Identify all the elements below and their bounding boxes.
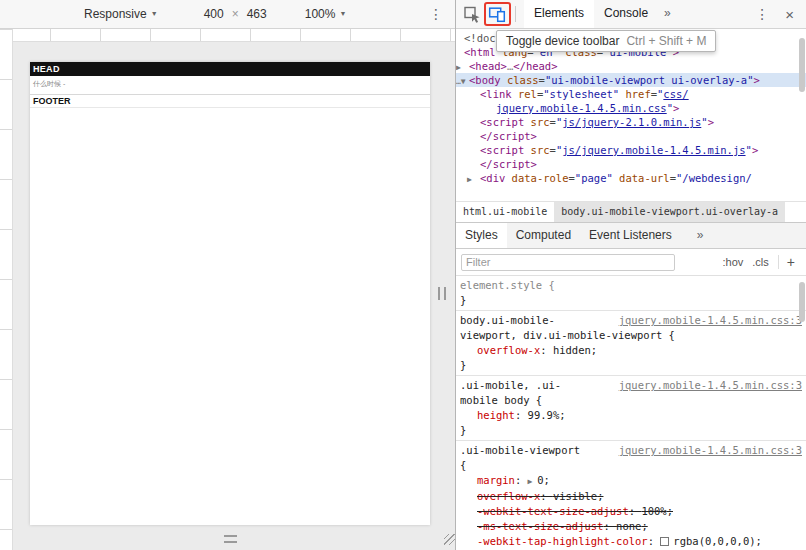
- css-rule: jquery.mobile-1.4.5.min.css:3.ui-mobile-…: [456, 441, 806, 550]
- inspect-element-icon[interactable]: [463, 5, 481, 23]
- element-classes-button[interactable]: .cls: [752, 256, 769, 268]
- emulated-viewport[interactable]: HEAD 什么时候 - FOOTER: [30, 62, 430, 525]
- styles-filter-bar: :hov .cls +: [456, 249, 806, 276]
- syntax-token: </script>: [480, 130, 537, 142]
- property-value[interactable]: visible: [553, 490, 597, 502]
- property-value[interactable]: rgba(0,0,0,0): [673, 535, 755, 547]
- close-devtools-icon[interactable]: ×: [779, 6, 806, 23]
- css-selector[interactable]: .ui-mobile-viewport: [460, 444, 580, 456]
- tab-event-listeners[interactable]: Event Listeners: [580, 223, 681, 248]
- property-name[interactable]: height: [477, 409, 515, 421]
- tab-elements[interactable]: Elements: [524, 0, 594, 28]
- tree-node[interactable]: <script src="js/jquery.mobile-1.4.5.min.…: [456, 143, 806, 157]
- zoom-select[interactable]: 100%▼: [305, 7, 347, 21]
- syntax-token: js/jquery.mobile-1.4.5.min.js: [562, 144, 745, 156]
- dropdown-caret-icon: ▼: [151, 10, 158, 17]
- expand-arrow-icon[interactable]: ▶: [467, 173, 480, 187]
- tree-node[interactable]: </script>: [456, 157, 806, 171]
- css-selector[interactable]: .ui-mobile, .ui-mobile body {: [460, 379, 561, 406]
- new-style-rule-button[interactable]: +: [787, 254, 795, 270]
- syntax-token: "ui-mobile-viewport ui-overlay-a": [545, 74, 754, 86]
- property-name[interactable]: overflow-x: [477, 490, 540, 502]
- css-property[interactable]: overflow-x: hidden;: [460, 343, 802, 358]
- color-swatch[interactable]: [660, 537, 669, 546]
- tree-node[interactable]: ▶<div data-role="page" data-url="/webdes…: [456, 171, 806, 185]
- elements-scrollbar[interactable]: [799, 38, 805, 92]
- dimension-separator: ×: [232, 7, 239, 21]
- property-value[interactable]: 99.9%: [528, 409, 560, 421]
- styles-filter-input[interactable]: [461, 254, 675, 271]
- syntax-token: "page": [575, 172, 613, 184]
- expand-arrow-icon[interactable]: …▼: [456, 75, 469, 89]
- styles-scrollbar[interactable]: [799, 282, 805, 322]
- stylesheet-source-link[interactable]: jquery.mobile-1.4.5.min.css:3: [619, 443, 802, 458]
- syntax-token: href: [619, 88, 651, 100]
- sidebar-tabs: Styles Computed Event Listeners »: [456, 223, 806, 249]
- syntax-token: >: [708, 116, 714, 128]
- css-property[interactable]: -webkit-text-size-adjust: 100%;: [460, 504, 802, 519]
- toggle-element-state-button[interactable]: :hov: [723, 256, 744, 268]
- devtools-menu-icon[interactable]: ⋮: [745, 6, 779, 22]
- viewport-resize-handle-corner[interactable]: [444, 534, 455, 545]
- stylesheet-source-link[interactable]: jquery.mobile-1.4.5.min.css:3: [619, 378, 802, 393]
- viewport-resize-handle-right[interactable]: [438, 287, 446, 300]
- property-value[interactable]: none: [616, 520, 641, 532]
- vertical-ruler: [0, 29, 13, 550]
- tooltip: Toggle device toolbarCtrl + Shift + M: [496, 30, 716, 52]
- viewport-width-input[interactable]: 400: [204, 7, 224, 21]
- tree-node[interactable]: …▼<body class="ui-mobile-viewport ui-ove…: [456, 73, 806, 87]
- more-tabs-icon[interactable]: »: [658, 0, 677, 28]
- breadcrumb-body[interactable]: body.ui-mobile-viewport.ui-overlay-a: [554, 202, 785, 222]
- syntax-token: "/webdesign/: [676, 172, 752, 184]
- device-emulation-pane: Responsive▼ 400 × 463 100%▼ ⋮ HEAD 什么时候 …: [0, 0, 455, 550]
- css-property[interactable]: -webkit-tap-highlight-color: rgba(0,0,0,…: [460, 534, 802, 549]
- css-property[interactable]: height: 99.9%;: [460, 408, 802, 423]
- syntax-token: <script: [480, 116, 524, 128]
- breadcrumb-html[interactable]: html.ui-mobile: [456, 202, 554, 222]
- property-value[interactable]: hidden: [553, 344, 591, 356]
- tooltip-shortcut: Ctrl + Shift + M: [626, 34, 706, 48]
- syntax-token: >: [754, 74, 760, 86]
- expand-arrow-icon[interactable]: ▶: [528, 477, 538, 486]
- syntax-token: rel: [512, 88, 537, 100]
- tree-node[interactable]: </script>: [456, 129, 806, 143]
- tab-console[interactable]: Console: [594, 0, 658, 28]
- css-property[interactable]: -ms-text-size-adjust: none;: [460, 519, 802, 534]
- tree-node[interactable]: jquery.mobile-1.4.5.min.css">: [456, 101, 806, 115]
- horizontal-ruler: [0, 29, 455, 42]
- css-selector[interactable]: element.style {: [460, 279, 555, 291]
- syntax-token: >: [752, 144, 758, 156]
- annotation-highlight-box: [484, 2, 511, 26]
- device-mode-select[interactable]: Responsive▼: [84, 7, 158, 21]
- devtools-toolbar: Elements Console » ⋮ ×: [456, 0, 806, 29]
- property-name[interactable]: -webkit-text-size-adjust: [477, 505, 629, 517]
- property-name[interactable]: -ms-text-size-adjust: [477, 520, 603, 532]
- syntax-token: class: [501, 74, 539, 86]
- tree-node[interactable]: ▶<head>…</head>: [456, 59, 806, 73]
- device-toolbar: Responsive▼ 400 × 463 100%▼ ⋮: [0, 0, 455, 29]
- syntax-token: >: [673, 102, 679, 114]
- tree-node[interactable]: <script src="js/jquery-2.1.0.min.js">: [456, 115, 806, 129]
- device-toolbar-menu-icon[interactable]: ⋮: [429, 6, 443, 22]
- syntax-token: src: [524, 116, 549, 128]
- viewport-resize-handle-bottom[interactable]: [224, 535, 237, 543]
- tab-computed[interactable]: Computed: [507, 223, 580, 248]
- page-header: HEAD: [30, 62, 430, 76]
- property-value[interactable]: 0: [537, 474, 543, 486]
- css-property[interactable]: overflow-x: visible;: [460, 489, 802, 504]
- property-name[interactable]: margin: [477, 474, 515, 486]
- viewport-height-input[interactable]: 463: [247, 7, 267, 21]
- styles-pane: element.style {}jquery.mobile-1.4.5.min.…: [456, 276, 806, 550]
- property-value[interactable]: 100%: [641, 505, 666, 517]
- tab-styles[interactable]: Styles: [456, 223, 507, 248]
- property-name[interactable]: overflow-x: [477, 344, 540, 356]
- syntax-token: data-url: [613, 172, 670, 184]
- tree-node[interactable]: <link rel="stylesheet" href="css/: [456, 87, 806, 101]
- property-name[interactable]: -webkit-tap-highlight-color: [477, 535, 648, 547]
- sidebar-more-tabs-icon[interactable]: »: [697, 223, 704, 248]
- syntax-token: <link: [480, 88, 512, 100]
- emulation-area: HEAD 什么时候 - FOOTER: [0, 29, 455, 550]
- stylesheet-source-link[interactable]: jquery.mobile-1.4.5.min.css:3: [619, 313, 802, 328]
- css-property[interactable]: margin: ▶ 0;: [460, 473, 802, 489]
- syntax-token: css/: [663, 88, 688, 100]
